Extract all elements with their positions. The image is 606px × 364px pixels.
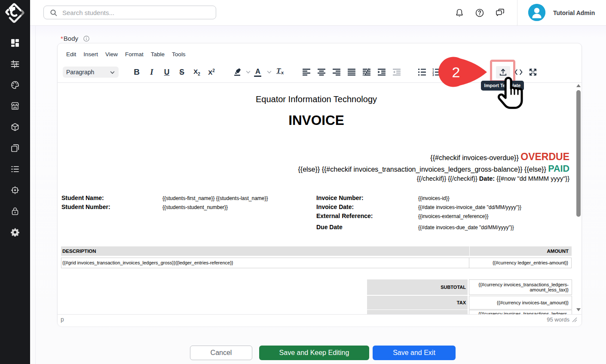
svg-text:3: 3 — [432, 73, 434, 76]
svg-text:2: 2 — [452, 64, 460, 80]
